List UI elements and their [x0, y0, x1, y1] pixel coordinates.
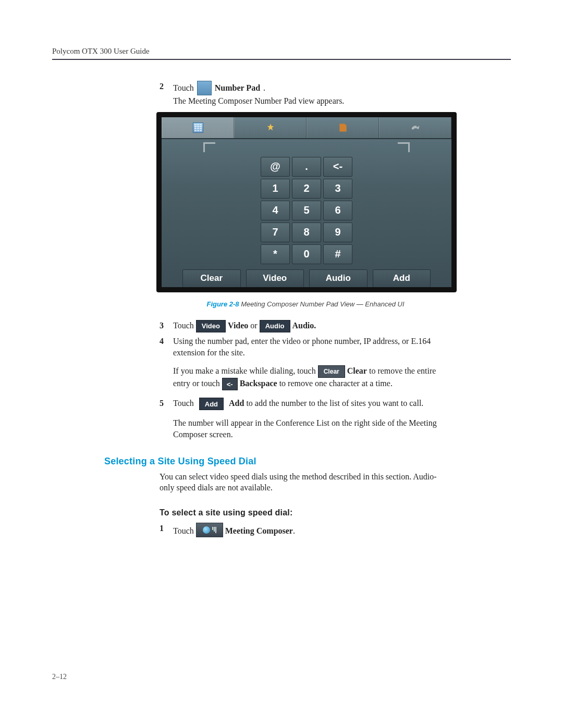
clear-button[interactable]: Clear [182, 269, 241, 288]
number-pad-icon [197, 81, 212, 95]
key-hash[interactable]: # [323, 244, 352, 264]
video-button[interactable]: Video [246, 269, 304, 288]
step-4-text1: Using the number pad, enter the video or… [173, 336, 451, 358]
screenshot-container: @ . <- 1 2 3 4 5 6 7 8 9 * 0 # C [156, 112, 451, 292]
step-number: 2 [160, 81, 173, 107]
step-body: Touch Add Add to add the number to the l… [173, 398, 451, 440]
backspace-bold: Backspace [240, 379, 277, 388]
step-body: Using the number pad, enter the video or… [173, 336, 451, 390]
key-7[interactable]: 7 [261, 223, 290, 242]
tab-numpad[interactable] [162, 117, 234, 138]
clear-chip-icon: Clear [318, 365, 345, 378]
figure-caption: Figure 2-8 Meeting Composer Number Pad V… [160, 300, 451, 309]
figure-number: Figure 2-8 [206, 300, 239, 308]
period: . [263, 82, 265, 94]
tab-directory[interactable] [307, 117, 379, 138]
key-star[interactable]: * [261, 244, 290, 264]
key-2[interactable]: 2 [292, 179, 321, 199]
touch-label: Touch [173, 526, 194, 535]
clear-bold: Clear [347, 366, 367, 375]
touch-label: Touch [173, 82, 194, 94]
backspace-chip-icon: <- [222, 378, 238, 390]
key-9[interactable]: 9 [323, 223, 352, 242]
period: . [293, 526, 295, 535]
key-dot[interactable]: . [292, 157, 321, 177]
step-body: Touch Video Video or Audio Audio. [173, 320, 451, 332]
video-chip-icon: Video [196, 320, 226, 332]
step-5: 5 Touch Add Add to add the number to the… [160, 398, 451, 440]
running-head: Polycom OTX 300 User Guide [52, 47, 511, 60]
key-8[interactable]: 8 [292, 223, 321, 242]
speed-dial-step-1: 1 Touch Meeting Composer. [160, 523, 451, 537]
step-number: 5 [160, 398, 173, 440]
heading-speed-dial: Selecting a Site Using Speed Dial [104, 456, 511, 467]
step-4: 4 Using the number pad, enter the video … [160, 336, 451, 390]
key-4[interactable]: 4 [261, 201, 290, 220]
tab-recent[interactable] [379, 117, 451, 138]
key-at[interactable]: @ [261, 157, 290, 177]
add-button[interactable]: Add [373, 269, 431, 288]
number-pad-label: Number Pad [215, 82, 260, 94]
number-pad-screenshot: @ . <- 1 2 3 4 5 6 7 8 9 * 0 # C [156, 112, 457, 292]
step-3: 3 Touch Video Video or Audio Audio. [160, 320, 451, 332]
tab-bar [162, 117, 451, 139]
input-frame [162, 139, 451, 157]
keypad: @ . <- 1 2 3 4 5 6 7 8 9 * 0 # [162, 157, 451, 264]
audio-bold: Audio. [292, 321, 316, 330]
audio-button[interactable]: Audio [309, 269, 368, 288]
key-0[interactable]: 0 [292, 244, 321, 264]
step-number: 1 [160, 523, 173, 537]
step-number: 3 [160, 320, 173, 332]
key-backspace[interactable]: <- [323, 157, 352, 177]
touch-label: Touch [173, 399, 194, 408]
bottom-bar: Clear Video Audio Add [162, 269, 451, 288]
audio-chip-icon: Audio [260, 320, 290, 332]
step-4-text2: If you make a mistake while dialing, tou… [173, 365, 451, 390]
meeting-composer-icon [196, 523, 223, 537]
touch-label: Touch [173, 321, 194, 330]
meeting-composer-label: Meeting Composer [225, 526, 293, 535]
key-1[interactable]: 1 [261, 179, 290, 199]
figure-title: Meeting Composer Number Pad View — Enhan… [239, 300, 405, 308]
video-bold: Video [228, 321, 248, 330]
step-5-result: The number will appear in the Conference… [173, 417, 451, 440]
add-chip-icon: Add [199, 398, 224, 410]
page-number: 2–12 [52, 673, 67, 681]
tab-favorites[interactable] [234, 117, 307, 138]
step-number: 4 [160, 336, 173, 390]
task-heading: To select a site using speed dial: [160, 508, 511, 517]
step-2: 2 Touch Number Pad. The Meeting Composer… [160, 81, 451, 107]
speed-dial-body: You can select video speed dials using t… [160, 471, 451, 493]
content-area: 2 Touch Number Pad. The Meeting Composer… [160, 81, 451, 440]
key-6[interactable]: 6 [323, 201, 352, 220]
page: Polycom OTX 300 User Guide 2 Touch Numbe… [0, 0, 563, 728]
key-5[interactable]: 5 [292, 201, 321, 220]
step-body: Touch Meeting Composer. [173, 523, 451, 537]
step-body: Touch Number Pad. The Meeting Composer N… [173, 81, 451, 107]
or-text: or [248, 321, 259, 330]
key-3[interactable]: 3 [323, 179, 352, 199]
add-bold: Add [229, 399, 244, 408]
step-2-result: The Meeting Composer Number Pad view app… [173, 95, 451, 107]
